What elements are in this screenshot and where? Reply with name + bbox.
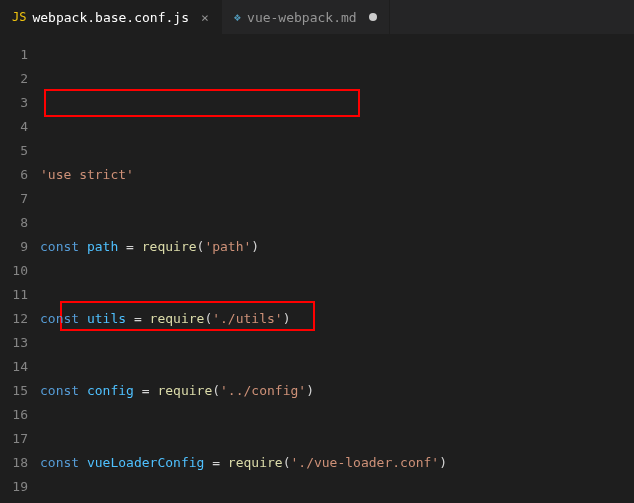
line-number-gutter: 1 2 3 4 5 6 7 8 9 10 11 12 13 14 15 16 1… xyxy=(0,43,40,503)
line-number: 12 xyxy=(0,307,28,331)
line-number: 18 xyxy=(0,451,28,475)
line-number: 10 xyxy=(0,259,28,283)
code-line: const path = require('path') xyxy=(40,235,634,259)
line-number: 5 xyxy=(0,139,28,163)
code-line: const vueLoaderConfig = require('./vue-l… xyxy=(40,451,634,475)
line-number: 15 xyxy=(0,379,28,403)
line-number: 4 xyxy=(0,115,28,139)
md-icon: ❖ xyxy=(234,10,241,24)
highlight-box-1 xyxy=(44,89,360,117)
line-number: 14 xyxy=(0,355,28,379)
tab-vue-webpack-md[interactable]: ❖ vue-webpack.md xyxy=(222,0,390,34)
modified-dot-icon xyxy=(369,13,377,21)
line-number: 19 xyxy=(0,475,28,499)
line-number: 2 xyxy=(0,67,28,91)
line-number: 1 xyxy=(0,43,28,67)
tab-label: vue-webpack.md xyxy=(247,10,357,25)
line-number: 8 xyxy=(0,211,28,235)
code-line: 'use strict' xyxy=(40,163,634,187)
line-number: 16 xyxy=(0,403,28,427)
tab-webpack-base-conf[interactable]: JS webpack.base.conf.js × xyxy=(0,0,222,34)
close-icon[interactable]: × xyxy=(201,10,209,25)
line-number: 13 xyxy=(0,331,28,355)
code-line: const config = require('../config') xyxy=(40,379,634,403)
js-icon: JS xyxy=(12,10,26,24)
line-number: 3 xyxy=(0,91,28,115)
code-editor[interactable]: 1 2 3 4 5 6 7 8 9 10 11 12 13 14 15 16 1… xyxy=(0,35,634,503)
line-number: 9 xyxy=(0,235,28,259)
line-number: 7 xyxy=(0,187,28,211)
tab-label: webpack.base.conf.js xyxy=(32,10,189,25)
line-number: 11 xyxy=(0,283,28,307)
tab-bar: JS webpack.base.conf.js × ❖ vue-webpack.… xyxy=(0,0,634,35)
code-area[interactable]: 'use strict' const path = require('path'… xyxy=(40,43,634,503)
line-number: 17 xyxy=(0,427,28,451)
line-number: 6 xyxy=(0,163,28,187)
